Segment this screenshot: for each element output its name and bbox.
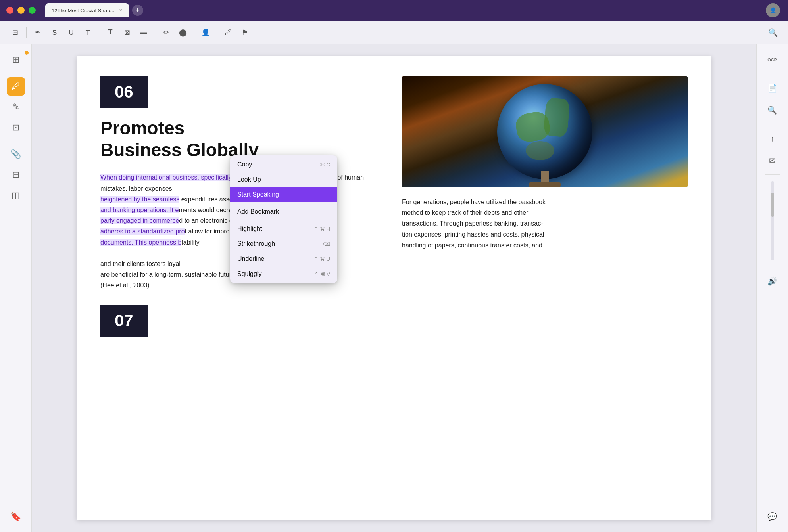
- menu-item-copy-label: Copy: [237, 161, 252, 168]
- scrollbar-track[interactable]: [771, 181, 774, 260]
- redact-tool-icon[interactable]: ▬: [136, 25, 151, 40]
- menu-item-copy[interactable]: Copy ⌘ C: [230, 157, 337, 172]
- globe-sphere: [497, 84, 592, 179]
- menu-item-highlight-label: Highlight: [237, 225, 262, 232]
- right-sidebar-share[interactable]: ↑: [763, 129, 782, 147]
- page-document: 06 Promotes Business Globally When doing…: [77, 56, 711, 520]
- sidebar-active-indicator: [25, 51, 29, 55]
- section-number-2: 07: [100, 305, 148, 337]
- toolbar-separator-3: [155, 27, 155, 38]
- toolbar-separator-5: [217, 27, 217, 38]
- menu-item-start-speaking-label: Start Speaking: [237, 191, 279, 198]
- typewriter-tool-icon[interactable]: T̲: [81, 25, 95, 40]
- right-sidebar-separator-4: [765, 267, 780, 267]
- right-sidebar-audio[interactable]: 🔊: [763, 272, 782, 290]
- new-tab-button[interactable]: +: [132, 5, 143, 16]
- sidebar-item-pages[interactable]: ⊡: [7, 119, 25, 137]
- toolbar-separator-1: [26, 27, 27, 38]
- right-sidebar-separator-1: [765, 74, 780, 74]
- body-text-long: are beneficial for a long-term, sustaina…: [100, 271, 235, 278]
- tab-close-button[interactable]: ✕: [119, 8, 123, 13]
- body-text-right-6: tability.: [181, 239, 201, 246]
- section-number: 06: [100, 76, 148, 108]
- menu-item-squiggly[interactable]: Squiggly ⌃ ⌘ V: [230, 266, 337, 281]
- menu-item-strikethrough[interactable]: Strikethrough ⌫: [230, 236, 337, 251]
- right-sidebar-search[interactable]: 🔍: [763, 101, 782, 119]
- sidebar-separator-1: [8, 73, 24, 73]
- section-title: Promotes Business Globally: [100, 117, 386, 161]
- right-sidebar-scan[interactable]: 📄: [763, 79, 782, 97]
- right-sidebar-email[interactable]: ✉: [763, 151, 782, 170]
- menu-item-copy-shortcut: ⌘ C: [320, 162, 330, 168]
- titlebar: 12The Most Crucial Strate... ✕ + 👤: [0, 0, 788, 21]
- menu-item-underline-label: Underline: [237, 255, 264, 262]
- strikethrough-tool-icon[interactable]: S̶: [47, 25, 62, 40]
- menu-item-underline[interactable]: Underline ⌃ ⌘ U: [230, 251, 337, 266]
- sidebar-item-layers[interactable]: ◫: [7, 186, 25, 205]
- left-sidebar: ⊞ 🖊 ✎ ⊡ 📎 ⊟ ◫ 🔖: [0, 44, 32, 532]
- sidebar-item-highlight-pen[interactable]: 🖊: [7, 77, 25, 96]
- close-button[interactable]: [6, 7, 13, 14]
- menu-item-lookup-label: Look Up: [237, 176, 261, 183]
- sidebar-item-annotations[interactable]: ✎: [7, 98, 25, 116]
- toolbar-separator-2: [99, 27, 99, 38]
- left-column: 06 Promotes Business Globally When doing…: [100, 76, 386, 500]
- user-tool-icon[interactable]: 🖊: [221, 25, 235, 40]
- highlighted-text-3: and banking operations. It e: [100, 207, 179, 213]
- highlighted-text-5: adheres to a standardized pro: [100, 228, 185, 235]
- right-sidebar-separator-3: [765, 174, 780, 175]
- right-text-5: handling of papers, continuous transfer …: [402, 242, 542, 249]
- menu-item-add-bookmark-label: Add Bookmark: [237, 208, 279, 215]
- tab-title: 12The Most Crucial Strate...: [52, 8, 116, 13]
- reader-view-icon[interactable]: ⊟: [8, 25, 22, 40]
- menu-item-highlight-shortcut: ⌃ ⌘ H: [314, 226, 330, 232]
- sidebar-item-stickers[interactable]: ⊟: [7, 166, 25, 184]
- tab-bar: 12The Most Crucial Strate... ✕ +: [45, 3, 143, 17]
- pen-tool-icon[interactable]: ✏: [159, 25, 173, 40]
- annotation-tool-icon[interactable]: ⚑: [238, 25, 252, 40]
- sidebar-separator-2: [8, 141, 24, 141]
- right-sidebar-separator-2: [765, 124, 780, 124]
- minimize-button[interactable]: [17, 7, 25, 14]
- toolbar-separator-4: [194, 27, 194, 38]
- body-text-citation: (Hee et al., 2003).: [100, 282, 151, 289]
- menu-item-highlight[interactable]: Highlight ⌃ ⌘ H: [230, 221, 337, 236]
- sidebar-item-attachments[interactable]: 📎: [7, 145, 25, 163]
- content-area: 06 Promotes Business Globally When doing…: [32, 44, 756, 532]
- highlighted-text-6: documents. This openness b: [100, 239, 181, 246]
- menu-item-squiggly-label: Squiggly: [237, 270, 261, 277]
- menu-separator-1: [230, 203, 337, 203]
- scrollbar-thumb[interactable]: [771, 193, 774, 217]
- highlighted-text-4: party engaged in commerce: [100, 217, 179, 224]
- menu-item-strikethrough-label: Strikethrough: [237, 240, 275, 247]
- right-text-4: tion expenses, printing hassles and cost…: [402, 231, 544, 238]
- right-text-3: transactions. Through paperless banking,…: [402, 220, 543, 227]
- sidebar-item-thumbnails[interactable]: ⊞: [7, 51, 25, 69]
- maximize-button[interactable]: [29, 7, 36, 14]
- menu-item-lookup[interactable]: Look Up: [230, 172, 337, 187]
- color-picker-tool-icon[interactable]: ⬤: [176, 25, 190, 40]
- right-sidebar-comments[interactable]: 💬: [763, 507, 782, 526]
- search-icon[interactable]: 🔍: [766, 25, 780, 40]
- shape-tool-icon[interactable]: 👤: [198, 25, 213, 40]
- stamp-tool-icon[interactable]: ⊠: [120, 25, 134, 40]
- menu-item-start-speaking[interactable]: Start Speaking: [230, 187, 337, 202]
- menu-item-squiggly-shortcut: ⌃ ⌘ V: [314, 271, 330, 277]
- avatar[interactable]: 👤: [766, 3, 780, 17]
- right-sidebar-ocr[interactable]: OCR: [763, 51, 782, 69]
- right-text-2: method to keep track of their debts and …: [402, 209, 528, 216]
- menu-item-underline-shortcut: ⌃ ⌘ U: [314, 256, 330, 262]
- sidebar-item-bookmark[interactable]: 🔖: [7, 507, 25, 526]
- menu-item-add-bookmark[interactable]: Add Bookmark: [230, 204, 337, 219]
- highlighted-text-2: heightened by the seamless: [100, 196, 179, 203]
- highlight-tool-icon[interactable]: ✒: [31, 25, 45, 40]
- main-layout: ⊞ 🖊 ✎ ⊡ 📎 ⊟ ◫ 🔖 06 Promotes Business Glo…: [0, 44, 788, 532]
- globe-image: [402, 76, 688, 187]
- text-tool-icon[interactable]: T: [103, 25, 117, 40]
- underline-tool-icon[interactable]: U̲: [64, 25, 78, 40]
- menu-item-strikethrough-shortcut: ⌫: [323, 241, 330, 247]
- right-column: For generations, people have utilized th…: [402, 76, 688, 500]
- active-tab[interactable]: 12The Most Crucial Strate... ✕: [45, 3, 129, 17]
- globe-base: [529, 182, 561, 187]
- section-title-line1: Promotes: [100, 118, 185, 138]
